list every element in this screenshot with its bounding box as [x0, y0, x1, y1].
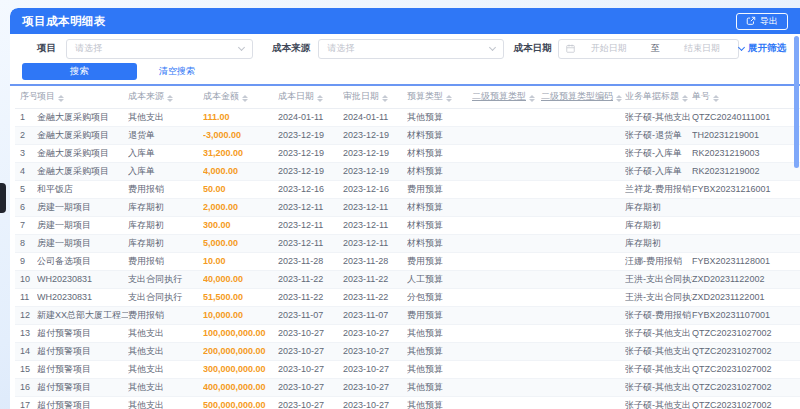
sub-budget-type-code-cell [541, 216, 625, 234]
approval-date-cell: 2023-11-22 [343, 288, 407, 306]
index-cell: 12 [15, 306, 37, 324]
doc-number-cell: QTZC20231027002 [692, 342, 800, 360]
column-header-sub-budget-type-code[interactable]: 二级预算类型编码 [541, 86, 625, 108]
sort-icon[interactable] [529, 95, 535, 102]
clear-search-link[interactable]: 清空搜索 [159, 65, 195, 78]
budget-type-cell: 费用预算 [407, 252, 472, 270]
column-label: 成本金额 [203, 91, 239, 101]
column-header-sub-budget-type[interactable]: 二级预算类型 [472, 86, 541, 108]
cost-source-cell: 其他支出 [128, 360, 203, 378]
column-header-budget-type[interactable]: 预算类型 [407, 86, 472, 108]
index-cell: 10 [15, 270, 37, 288]
sort-icon[interactable] [58, 95, 64, 102]
chevron-down-icon [738, 43, 745, 50]
column-header-doc-title[interactable]: 业务单据标题 [625, 86, 692, 108]
doc-number-cell: TH20231219001 [692, 126, 800, 144]
column-label: 二级预算类型 [472, 91, 526, 101]
project-cell: 和平饭店 [37, 180, 128, 198]
table-row: 14超付预警项目其他支出200,000,000.002023-10-272023… [15, 342, 800, 360]
cost-source-filter-label: 成本来源 [272, 42, 310, 55]
column-header-approval-date[interactable]: 审批日期 [343, 86, 407, 108]
cost-amount-cell: 2,000.00 [203, 198, 278, 216]
cost-date-cell: 2023-10-27 [278, 378, 343, 396]
sub-budget-type-cell [472, 198, 541, 216]
budget-type-cell: 其他预算 [407, 324, 472, 342]
sub-budget-type-code-cell [541, 306, 625, 324]
table-header-row: 序号项目成本来源成本金额成本日期审批日期预算类型二级预算类型二级预算类型编码业务… [15, 86, 800, 108]
column-header-cost-source[interactable]: 成本来源 [128, 86, 203, 108]
index-cell: 16 [15, 378, 37, 396]
approval-date-cell: 2023-10-27 [343, 324, 407, 342]
sort-icon[interactable] [242, 95, 248, 102]
title-bar: 项目成本明细表 导出 [10, 8, 800, 34]
index-cell: 6 [15, 198, 37, 216]
column-label: 项目 [37, 91, 55, 101]
expand-filters-link[interactable]: 展开筛选 [739, 42, 786, 55]
cost-amount-cell: 500,000,000.00 [203, 396, 278, 409]
column-header-index: 序号 [15, 86, 37, 108]
page-title: 项目成本明细表 [22, 14, 106, 29]
cost-amount-cell: 5,000.00 [203, 234, 278, 252]
budget-type-cell: 其他预算 [407, 108, 472, 126]
side-drawer-handle[interactable] [0, 183, 6, 213]
sub-budget-type-cell [472, 378, 541, 396]
column-label: 单号 [692, 91, 710, 101]
cost-date-cell: 2023-12-11 [278, 216, 343, 234]
project-cell: 房建一期项目 [37, 234, 128, 252]
cost-date-cell: 2024-01-11 [278, 108, 343, 126]
scrollbar-thumb[interactable] [794, 36, 799, 168]
search-button[interactable]: 搜索 [22, 63, 137, 80]
cost-date-range-input[interactable]: 开始日期 至 结束日期 [558, 39, 739, 59]
doc-title-cell: 张子硕-其他支出 [625, 378, 692, 396]
sort-icon[interactable] [317, 95, 323, 102]
column-label: 二级预算类型编码 [541, 91, 613, 101]
doc-number-cell [692, 216, 800, 234]
approval-date-cell: 2023-12-11 [343, 234, 407, 252]
export-icon [746, 16, 756, 26]
doc-title-cell: 库存期初 [625, 234, 692, 252]
sort-icon[interactable] [713, 95, 719, 102]
budget-type-cell: 材料预算 [407, 216, 472, 234]
table-row: 9公司备选项目费用报销10.002023-11-282023-11-28费用预算… [15, 252, 800, 270]
doc-title-cell: 张子硕-退货单 [625, 126, 692, 144]
column-header-cost-date[interactable]: 成本日期 [278, 86, 343, 108]
cost-amount-cell: -3,000.00 [203, 126, 278, 144]
cost-source-select[interactable]: 请选择 [318, 39, 503, 59]
table-row: 2金融大厦采购项目退货单-3,000.002023-12-192023-12-1… [15, 126, 800, 144]
export-button[interactable]: 导出 [736, 13, 788, 30]
column-label: 成本来源 [128, 91, 164, 101]
project-cell: 超付预警项目 [37, 324, 128, 342]
budget-type-cell: 材料预算 [407, 162, 472, 180]
cost-source-cell: 其他支出 [128, 342, 203, 360]
index-cell: 7 [15, 216, 37, 234]
doc-title-cell: 库存期初 [625, 198, 692, 216]
sub-budget-type-cell [472, 270, 541, 288]
sort-icon[interactable] [446, 95, 452, 102]
cost-date-cell: 2023-10-27 [278, 396, 343, 409]
column-header-project[interactable]: 项目 [37, 86, 128, 108]
doc-number-cell: FYBX20231107001 [692, 306, 800, 324]
table-row: 7房建一期项目库存期初300.002023-12-112023-12-11材料预… [15, 216, 800, 234]
sort-icon[interactable] [382, 95, 388, 102]
end-date-placeholder: 结束日期 [673, 42, 731, 55]
sort-icon[interactable] [616, 95, 622, 102]
budget-type-cell: 费用预算 [407, 180, 472, 198]
doc-title-cell: 张子硕-其他支出 [625, 360, 692, 378]
column-header-cost-amount[interactable]: 成本金额 [203, 86, 278, 108]
project-cell: 金融大厦采购项目 [37, 162, 128, 180]
approval-date-cell: 2023-10-27 [343, 360, 407, 378]
chevron-down-icon [489, 43, 496, 50]
sort-icon[interactable] [167, 95, 173, 102]
doc-number-cell: FYBX20231128001 [692, 252, 800, 270]
project-select[interactable]: 请选择 [66, 39, 253, 59]
cost-source-cell: 费用报销 [128, 180, 203, 198]
column-header-doc-number[interactable]: 单号 [692, 86, 800, 108]
cost-date-cell: 2023-12-19 [278, 144, 343, 162]
cost-amount-cell: 111.00 [203, 108, 278, 126]
doc-number-cell: QTZC20231027002 [692, 396, 800, 409]
sort-icon[interactable] [682, 95, 688, 102]
sub-budget-type-cell [472, 108, 541, 126]
cost-source-cell: 入库单 [128, 144, 203, 162]
cost-amount-cell: 51,500.00 [203, 288, 278, 306]
approval-date-cell: 2023-11-22 [343, 270, 407, 288]
